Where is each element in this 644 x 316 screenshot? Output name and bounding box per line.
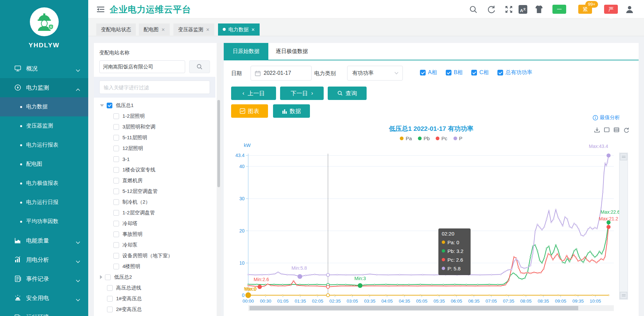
menu-collapse-icon[interactable]	[96, 5, 105, 14]
phase-checkbox-1[interactable]: B相	[446, 69, 463, 76]
tree-checkbox[interactable]	[113, 242, 119, 248]
tree-filter-input[interactable]	[99, 81, 210, 94]
alarm-badge-normal[interactable]: 一般	[552, 5, 566, 14]
sidebar-item-5[interactable]: 配电图	[0, 155, 88, 174]
sidebar-item-3[interactable]: 变压器监测	[0, 116, 88, 136]
tab-daily-raw-data[interactable]: 日原始数据	[224, 43, 268, 60]
tree-checkbox[interactable]	[113, 264, 119, 269]
restore-icon[interactable]	[623, 127, 629, 133]
sidebar-item-2[interactable]: 电力数据	[0, 97, 88, 116]
sidebar-item-8[interactable]: 平均功率因数	[0, 212, 88, 231]
tree-checkbox[interactable]	[107, 296, 113, 302]
sidebar-item-4[interactable]: 电力运行报表	[0, 136, 88, 155]
tree-checkbox[interactable]	[113, 199, 119, 205]
tree-node-11[interactable]: 冷却塔	[94, 218, 215, 229]
legend-item-Pb[interactable]: Pb	[418, 136, 430, 141]
tree-node-14[interactable]: 设备房照明（地下室）	[94, 250, 215, 261]
tree-checkbox[interactable]	[113, 167, 119, 173]
tree-checkbox[interactable]	[105, 274, 111, 280]
tree-node-15[interactable]: 4楼照明	[94, 261, 215, 272]
sidebar-item-0[interactable]: 概况	[0, 59, 88, 78]
caret-down-icon[interactable]	[100, 104, 104, 107]
tree-node-17[interactable]: 高压总进线	[94, 282, 215, 293]
tree-checkbox[interactable]	[107, 103, 112, 108]
tab-daily-extreme-data[interactable]: 逐日极值数据	[268, 43, 315, 60]
sidebar-item-6[interactable]: 电力极值报表	[0, 174, 88, 193]
tree-node-4[interactable]: 12层照明	[94, 143, 215, 154]
sidebar-item-13[interactable]: 运行环境	[0, 308, 88, 316]
caret-right-icon[interactable]	[100, 275, 102, 279]
legend-item-Pc[interactable]: Pc	[436, 136, 447, 141]
vertical-data-zoom-slider[interactable]	[619, 153, 628, 300]
sidebar-item-11[interactable]: 事件记录	[0, 269, 88, 288]
chart-view-button[interactable]: 图表	[231, 104, 268, 118]
tree-node-7[interactable]: 直燃机房	[94, 175, 215, 186]
save-image-icon[interactable]	[594, 127, 600, 133]
tree-checkbox[interactable]	[113, 221, 119, 226]
refresh-icon[interactable]	[487, 5, 496, 14]
phase-checkbox-0[interactable]: A相	[420, 69, 437, 76]
tree-checkbox[interactable]	[113, 124, 119, 130]
tree-node-19[interactable]: 2#变高压总	[94, 304, 215, 315]
sidebar-item-9[interactable]: 电能质量	[0, 231, 88, 250]
tree-checkbox[interactable]	[107, 307, 113, 312]
crumb-tab-0[interactable]: 变配电站状态	[96, 23, 136, 36]
sidebar-item-12[interactable]: 安全用电	[0, 288, 88, 308]
tree-node-2[interactable]: 3层照明和空调	[94, 121, 215, 132]
phase-checkbox-3[interactable]: 总有功功率	[497, 69, 532, 76]
tree-node-12[interactable]: 事故照明	[94, 229, 215, 240]
slider-bottom-handle[interactable]	[620, 292, 627, 299]
close-icon[interactable]: ✕	[206, 27, 210, 32]
translate-icon[interactable]: A文	[519, 5, 527, 14]
power-type-select[interactable]: 有功功率	[347, 66, 403, 81]
horizontal-scrollbar[interactable]	[248, 305, 614, 311]
tree-checkbox[interactable]	[113, 178, 119, 183]
crumb-tab-3[interactable]: 电力数据✕	[218, 23, 260, 36]
tree-checkbox[interactable]	[113, 146, 119, 151]
query-button[interactable]: 查询	[328, 87, 367, 100]
legend-item-Pa[interactable]: Pa	[400, 136, 412, 141]
theme-skin-icon[interactable]	[535, 5, 543, 14]
tree-checkbox[interactable]	[113, 135, 119, 141]
phase-checkbox-2[interactable]: C相	[471, 69, 489, 76]
sidebar-item-7[interactable]: 电力运行日报	[0, 193, 88, 212]
tree-node-3[interactable]: 5-11层照明	[94, 132, 215, 143]
close-icon[interactable]: ✕	[251, 27, 255, 32]
prev-day-button[interactable]: ‹上一日	[231, 87, 276, 100]
alarm-badge-severe[interactable]: 严重	[604, 5, 618, 14]
tree-node-5[interactable]: 3-1	[94, 154, 215, 164]
tree-node-10[interactable]: 1-2层空调盘管	[94, 207, 215, 218]
data-zoom-icon[interactable]	[604, 127, 610, 133]
slider-top-handle[interactable]	[620, 153, 627, 160]
station-name-input[interactable]	[99, 60, 185, 73]
sidebar-item-1[interactable]: 电力监测	[0, 78, 88, 97]
tree-node-18[interactable]: 1#变高压总	[94, 293, 215, 304]
extreme-analysis-link[interactable]: 最值分析	[593, 114, 620, 121]
tree-checkbox[interactable]	[113, 113, 119, 119]
tree-node-0[interactable]: 低压总1	[94, 100, 215, 111]
date-picker[interactable]: 2022-01-17	[251, 66, 312, 81]
tree-node-13[interactable]: 冷却泵	[94, 240, 215, 250]
sidebar-item-10[interactable]: 用电分析	[0, 250, 88, 269]
tree-scrollbar-thumb[interactable]	[217, 100, 220, 187]
tree-scrollbar[interactable]	[217, 43, 221, 316]
tree-node-8[interactable]: 5-12层空调盘管	[94, 186, 215, 197]
tree-checkbox[interactable]	[113, 156, 119, 162]
next-day-button[interactable]: 下一日›	[280, 87, 324, 100]
horizontal-scrollbar-thumb[interactable]	[250, 306, 578, 310]
user-avatar-icon[interactable]	[625, 5, 634, 14]
search-icon[interactable]	[469, 5, 478, 14]
crumb-tab-2[interactable]: 变压器监测✕	[173, 23, 214, 36]
tree-checkbox[interactable]	[113, 253, 119, 259]
fullscreen-icon[interactable]	[504, 5, 513, 14]
tree-node-9[interactable]: 制冷机（2）	[94, 197, 215, 207]
tree-node-6[interactable]: 1楼会议室专线	[94, 164, 215, 175]
tree-checkbox[interactable]	[113, 231, 119, 237]
station-search-button[interactable]	[189, 60, 210, 73]
data-table-icon[interactable]	[613, 127, 620, 133]
tree-checkbox[interactable]	[113, 210, 119, 216]
tree-checkbox[interactable]	[107, 285, 113, 291]
tree-node-1[interactable]: 1-2层照明	[94, 111, 215, 121]
legend-item-P[interactable]: P	[453, 136, 463, 141]
close-icon[interactable]: ✕	[161, 27, 165, 32]
